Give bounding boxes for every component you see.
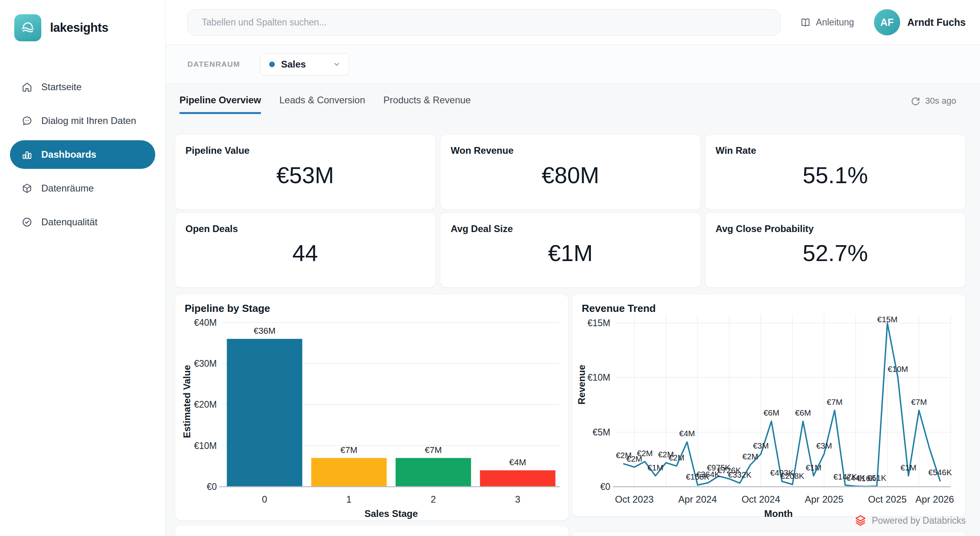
next-row-card-right	[572, 532, 966, 536]
help-label: Anleitung	[816, 17, 854, 28]
point-label: €3M	[753, 441, 769, 450]
revenue-trend-card: Revenue Trend €0€5M€10M€15M€2M€2M€2M€1M€…	[572, 294, 966, 517]
refresh-label: 30s ago	[925, 96, 956, 106]
x-tick-label: Apr 2024	[678, 494, 717, 505]
point-label: €15M	[877, 315, 897, 324]
kpi-card-avg-close-probability: Avg Close Probability 52.7%	[705, 213, 966, 288]
kpi-card-won-revenue: Won Revenue €80M	[440, 134, 701, 210]
point-label: €1M	[806, 463, 822, 472]
topbar-right: Anleitung AF Arndt Fuchs	[800, 9, 966, 35]
chart-title: Pipeline by Stage	[185, 302, 270, 315]
sidebar-nav: Startseite Dialog mit Ihren Daten Dashbo…	[0, 73, 165, 236]
point-label: €6M	[795, 408, 811, 417]
refresh-icon	[911, 96, 920, 106]
point-label: €6M	[764, 408, 779, 417]
revenue-line	[624, 323, 940, 487]
sidebar: lakesights Startseite Dialog mit Ihren D…	[0, 0, 166, 536]
point-label: €7M	[911, 397, 927, 406]
dataspace-row: DATENRAUM Sales	[166, 45, 980, 84]
tab-products-revenue[interactable]: Products & Revenue	[384, 84, 471, 114]
y-tick-label: €10M	[194, 441, 217, 451]
sidebar-item-datenraeume[interactable]: Datenräume	[10, 174, 155, 203]
bar-value-label: €4M	[509, 457, 526, 467]
x-axis-title: Sales Stage	[365, 508, 418, 519]
bar-stage-0	[227, 339, 302, 487]
chart-title: Revenue Trend	[582, 302, 656, 315]
y-tick-label: €20M	[194, 399, 217, 410]
brand-name: lakesights	[50, 21, 108, 35]
sidebar-item-datenqualitaet[interactable]: Datenqualität	[10, 208, 155, 236]
check-circle-icon	[21, 217, 33, 228]
y-tick-label: €5M	[592, 427, 610, 437]
pipeline-by-stage-card: Pipeline by Stage €0€10M€20M€30M€40M€36M…	[175, 294, 569, 521]
y-tick-label: €30M	[194, 358, 217, 369]
kpi-card-win-rate: Win Rate 55.1%	[705, 134, 966, 210]
kpi-value: 52.7%	[705, 213, 965, 287]
powered-by: Powered by Databricks	[572, 512, 966, 529]
avatar[interactable]: AF	[874, 9, 900, 35]
brand: lakesights	[0, 0, 165, 41]
point-label: €1M	[901, 463, 916, 472]
search-input[interactable]	[187, 9, 781, 36]
tab-leads-conversion[interactable]: Leads & Conversion	[279, 84, 365, 114]
bar-stage-3	[480, 470, 556, 487]
tab-pipeline-overview[interactable]: Pipeline Overview	[179, 84, 261, 114]
point-label: €10M	[888, 364, 908, 373]
sidebar-item-label: Datenräume	[41, 183, 94, 194]
dataspace-selected: Sales	[281, 59, 306, 70]
point-label: €7M	[827, 397, 843, 406]
kpi-card-open-deals: Open Deals 44	[175, 213, 436, 288]
y-tick-label: €0	[206, 482, 217, 492]
kpi-value: 44	[175, 213, 435, 287]
dataspace-select[interactable]: Sales	[260, 53, 349, 75]
point-label: €3M	[816, 441, 832, 450]
revenue-trend-chart: €0€5M€10M€15M€2M€2M€2M€1M€2M€2M€4M€158K€…	[572, 294, 966, 517]
sidebar-item-dialog[interactable]: Dialog mit Ihren Daten	[10, 106, 155, 135]
powered-by-label: Powered by Databricks	[872, 515, 966, 526]
sidebar-item-label: Datenqualität	[41, 217, 97, 228]
sidebar-item-label: Dialog mit Ihren Daten	[41, 115, 136, 126]
avatar-initials: AF	[880, 17, 893, 28]
point-label: €546K	[928, 468, 952, 477]
point-label: €2M	[637, 449, 653, 458]
y-tick-label: €0	[600, 482, 610, 492]
kpi-value: 55.1%	[705, 135, 965, 209]
sidebar-item-dashboards[interactable]: Dashboards	[10, 140, 155, 169]
user-name: Arndt Fuchs	[907, 17, 966, 28]
bar-chart-icon	[21, 149, 33, 160]
bar-stage-1	[311, 458, 387, 487]
x-tick-label: Apr 2025	[805, 494, 843, 505]
x-tick-label: 3	[515, 494, 520, 505]
y-tick-label: €40M	[194, 317, 217, 328]
kpi-card-pipeline-value: Pipeline Value €53M	[175, 134, 436, 210]
refresh-button[interactable]: 30s ago	[911, 96, 956, 106]
y-tick-label: €10M	[587, 372, 610, 383]
sidebar-item-label: Startseite	[41, 81, 81, 93]
chevron-down-icon	[333, 60, 341, 68]
sidebar-item-startseite[interactable]: Startseite	[10, 73, 155, 101]
kpi-value: €1M	[440, 213, 700, 287]
lakesights-logo-icon	[14, 14, 41, 41]
next-row-card-left	[175, 525, 569, 536]
bar-value-label: €36M	[254, 326, 276, 336]
tabs-row: Pipeline Overview Leads & Conversion Pro…	[166, 84, 980, 116]
point-label: €1M	[648, 463, 664, 472]
point-label: €2M	[669, 453, 685, 462]
point-label: €208K	[781, 471, 804, 480]
point-label: €4M	[679, 429, 695, 438]
point-label: €2M	[743, 452, 758, 461]
help-button[interactable]: Anleitung	[800, 17, 854, 28]
kpi-value: €80M	[440, 135, 700, 209]
x-tick-label: Oct 2023	[615, 494, 654, 505]
kpi-card-avg-deal-size: Avg Deal Size €1M	[440, 213, 701, 288]
bar-stage-2	[395, 458, 471, 487]
cube-icon	[21, 183, 33, 194]
x-tick-label: 0	[262, 494, 267, 505]
x-tick-label: 2	[431, 494, 436, 505]
x-tick-label: Oct 2025	[868, 494, 907, 505]
pipeline-by-stage-chart: €0€10M€20M€30M€40M€36M0€7M1€7M2€4M3Sales…	[175, 294, 569, 521]
home-icon	[21, 81, 33, 93]
y-tick-label: €15M	[587, 318, 610, 328]
x-tick-label: Oct 2024	[741, 494, 780, 505]
topbar: Anleitung AF Arndt Fuchs	[166, 0, 980, 45]
